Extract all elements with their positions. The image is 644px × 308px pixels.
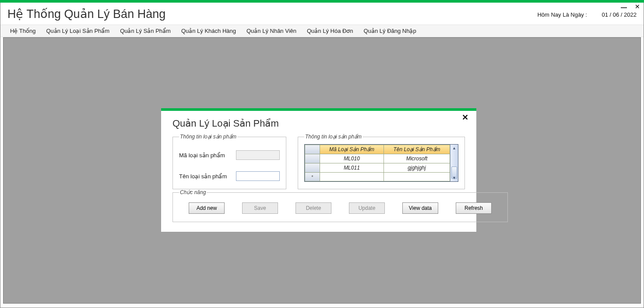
row-header-new[interactable]: * bbox=[305, 173, 320, 181]
label-ten-loai: Tên loại sản phẩm bbox=[179, 173, 236, 180]
grid-col-ten[interactable]: Tên Loại Sản Phẩm bbox=[384, 145, 450, 154]
child-title: Quản Lý Loại Sản Phẩm bbox=[172, 118, 465, 129]
update-button[interactable]: Update bbox=[349, 202, 385, 214]
menu-dang-nhap[interactable]: Quản Lý Đăng Nhập bbox=[359, 25, 422, 37]
row-header[interactable] bbox=[305, 163, 320, 173]
scroll-up-icon[interactable]: ▲ bbox=[450, 145, 458, 152]
scroll-down-icon[interactable]: ▼ bbox=[450, 174, 458, 181]
child-window: ✕ Quản Lý Loại Sản Phẩm Thông tin loại s… bbox=[161, 108, 476, 232]
row-header[interactable] bbox=[305, 154, 320, 163]
menu-nhan-vien[interactable]: Quản Lý Nhân Viên bbox=[241, 25, 302, 37]
group-func-legend: Chức năng bbox=[179, 189, 207, 195]
delete-button[interactable]: Delete bbox=[296, 202, 331, 214]
refresh-button[interactable]: Refresh bbox=[456, 202, 492, 214]
menu-hoa-don[interactable]: Quản Lý Hóa Đơn bbox=[302, 25, 359, 37]
table-row[interactable]: ML010 Microsoft bbox=[305, 154, 450, 163]
group-info-right: Thông tin loại sản phẩm Mã Loại Sản Phẩm… bbox=[298, 134, 465, 189]
cell-ten-empty[interactable] bbox=[384, 173, 450, 181]
view-data-button[interactable]: View data bbox=[402, 202, 438, 214]
cell-ten[interactable]: Microsoft bbox=[384, 154, 450, 163]
group-info-left-legend: Thông tin loại sản phẩm bbox=[179, 134, 237, 140]
group-info-left: Thông tin loại sản phẩm Mã loại sản phẩm… bbox=[172, 134, 286, 189]
menu-khach-hang[interactable]: Quản Lý Khách Hàng bbox=[176, 25, 241, 37]
cell-ma[interactable]: ML010 bbox=[320, 154, 384, 163]
today-date: Hôm Nay Là Ngày : 01 / 06 / 2022 bbox=[524, 7, 637, 18]
today-date-label: Hôm Nay Là Ngày : bbox=[537, 11, 587, 18]
cell-ma[interactable]: ML011 bbox=[320, 163, 384, 173]
label-ma-loai: Mã loại sản phẩm bbox=[179, 152, 236, 159]
save-button[interactable]: Save bbox=[242, 202, 278, 214]
add-new-button[interactable]: Add new bbox=[189, 202, 225, 214]
data-grid[interactable]: Mã Loại Sản Phẩm Tên Loại Sản Phẩm ML010… bbox=[304, 144, 458, 182]
today-date-value: 01 / 06 / 2022 bbox=[602, 11, 637, 18]
table-row[interactable]: ML011 gjghjghj bbox=[305, 163, 450, 173]
table-new-row[interactable]: * bbox=[305, 173, 450, 181]
child-close-button[interactable]: ✕ bbox=[462, 113, 468, 122]
menu-he-thong[interactable]: Hệ Thống bbox=[5, 25, 41, 37]
menu-san-pham[interactable]: Quản Lý Sản Phẩm bbox=[115, 25, 176, 37]
grid-scrollbar[interactable]: ▲ ▼ bbox=[450, 145, 458, 181]
menubar: Hệ Thống Quản Lý Loại Sản Phẩm Quản Lý S… bbox=[0, 25, 644, 37]
mdi-area: ✕ Quản Lý Loại Sản Phẩm Thông tin loại s… bbox=[3, 37, 641, 304]
grid-corner[interactable] bbox=[305, 145, 320, 154]
close-button[interactable]: ✕ bbox=[635, 4, 640, 10]
grid-col-ma[interactable]: Mã Loại Sản Phẩm bbox=[320, 145, 384, 154]
group-info-right-legend: Thông tin loại sản phẩm bbox=[304, 134, 362, 140]
minimize-button[interactable]: — bbox=[621, 4, 627, 11]
input-ma-loai[interactable] bbox=[236, 150, 280, 160]
menu-loai-san-pham[interactable]: Quản Lý Loại Sản Phẩm bbox=[41, 25, 115, 37]
input-ten-loai[interactable] bbox=[236, 171, 280, 181]
main-window: — ✕ Hệ Thống Quản Lý Bán Hàng Hôm Nay Là… bbox=[0, 3, 644, 308]
cell-ma-empty[interactable] bbox=[320, 173, 384, 181]
group-func: Chức năng Add new Save Delete Update Vie… bbox=[172, 189, 508, 222]
app-title: Hệ Thống Quản Lý Bán Hàng bbox=[7, 7, 165, 21]
cell-ten[interactable]: gjghjghj bbox=[384, 163, 450, 173]
